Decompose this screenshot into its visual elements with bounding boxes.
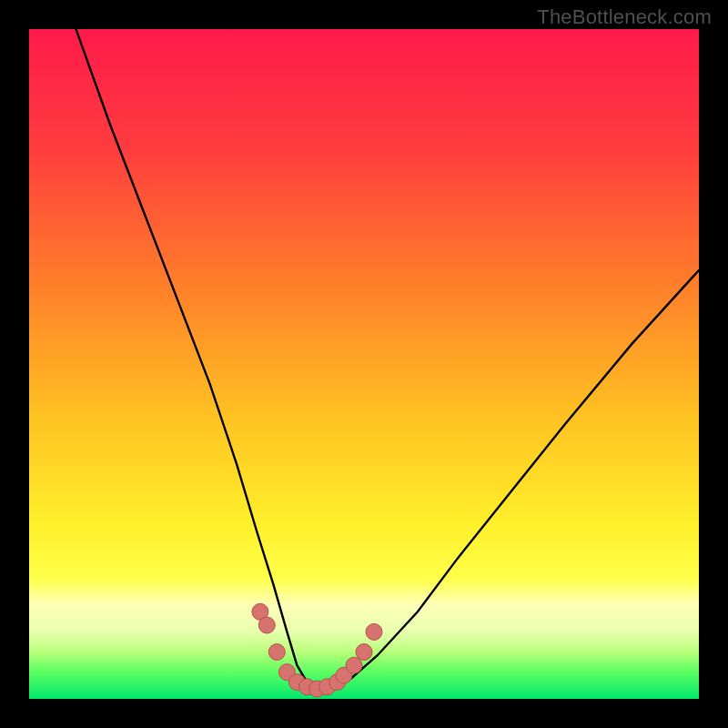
plot-area bbox=[29, 29, 699, 699]
chart-frame: TheBottleneck.com bbox=[0, 0, 728, 728]
watermark-text: TheBottleneck.com bbox=[537, 5, 712, 29]
svg-rect-0 bbox=[29, 29, 699, 699]
heat-gradient-background bbox=[29, 29, 699, 699]
